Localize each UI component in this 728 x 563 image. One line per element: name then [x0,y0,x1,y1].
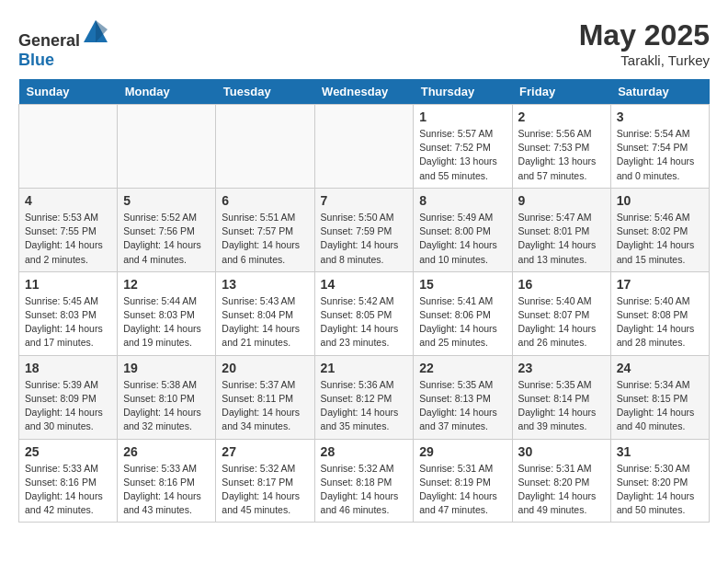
weekday-header-monday: Monday [118,79,216,105]
calendar-cell: 23Sunrise: 5:35 AM Sunset: 8:14 PM Dayli… [512,355,610,439]
day-number: 19 [123,361,210,375]
day-number: 8 [419,193,506,208]
day-detail: Sunrise: 5:40 AM Sunset: 8:07 PM Dayligh… [518,294,605,350]
logo-text: General Blue [18,18,109,70]
calendar-cell: 5Sunrise: 5:52 AM Sunset: 7:56 PM Daylig… [118,188,216,271]
day-number: 11 [25,277,111,292]
day-number: 4 [25,193,111,208]
day-number: 14 [321,277,408,292]
day-detail: Sunrise: 5:56 AM Sunset: 7:53 PM Dayligh… [518,127,605,183]
day-detail: Sunrise: 5:49 AM Sunset: 8:00 PM Dayligh… [419,211,506,267]
day-detail: Sunrise: 5:50 AM Sunset: 7:59 PM Dayligh… [321,211,408,267]
weekday-header-thursday: Thursday [414,79,512,105]
calendar-cell: 18Sunrise: 5:39 AM Sunset: 8:09 PM Dayli… [19,355,118,439]
day-number: 30 [518,444,605,459]
day-detail: Sunrise: 5:30 AM Sunset: 8:20 PM Dayligh… [617,462,703,518]
day-number: 9 [518,193,605,208]
calendar-cell: 15Sunrise: 5:41 AM Sunset: 8:06 PM Dayli… [414,271,512,355]
day-detail: Sunrise: 5:47 AM Sunset: 8:01 PM Dayligh… [518,211,605,267]
calendar-cell: 21Sunrise: 5:36 AM Sunset: 8:12 PM Dayli… [314,355,414,439]
weekday-header-sunday: Sunday [19,79,118,105]
calendar-cell [118,105,216,189]
logo-blue: Blue [18,51,54,69]
month-year: May 2025 [579,18,710,52]
day-number: 20 [222,361,308,375]
calendar-cell: 29Sunrise: 5:31 AM Sunset: 8:19 PM Dayli… [414,439,512,523]
day-detail: Sunrise: 5:52 AM Sunset: 7:56 PM Dayligh… [123,211,210,267]
weekday-header-saturday: Saturday [610,79,709,105]
day-number: 1 [419,109,506,124]
calendar-cell: 10Sunrise: 5:46 AM Sunset: 8:02 PM Dayli… [610,188,709,271]
day-detail: Sunrise: 5:41 AM Sunset: 8:06 PM Dayligh… [419,294,506,350]
location: Tarakli, Turkey [579,52,710,68]
day-number: 22 [419,361,506,375]
day-detail: Sunrise: 5:51 AM Sunset: 7:57 PM Dayligh… [222,211,308,267]
day-number: 6 [222,193,308,208]
calendar-cell: 25Sunrise: 5:33 AM Sunset: 8:16 PM Dayli… [19,439,118,523]
day-detail: Sunrise: 5:35 AM Sunset: 8:13 PM Dayligh… [419,378,506,434]
day-number: 5 [123,193,210,208]
day-number: 28 [321,444,408,459]
calendar-cell: 3Sunrise: 5:54 AM Sunset: 7:54 PM Daylig… [610,105,709,189]
calendar-table: SundayMondayTuesdayWednesdayThursdayFrid… [18,79,710,523]
calendar-cell: 2Sunrise: 5:56 AM Sunset: 7:53 PM Daylig… [512,105,610,189]
day-detail: Sunrise: 5:44 AM Sunset: 8:03 PM Dayligh… [123,294,210,350]
day-detail: Sunrise: 5:45 AM Sunset: 8:03 PM Dayligh… [25,294,111,350]
day-detail: Sunrise: 5:42 AM Sunset: 8:05 PM Dayligh… [321,294,408,350]
calendar-week-row: 25Sunrise: 5:33 AM Sunset: 8:16 PM Dayli… [19,439,710,523]
calendar-cell: 1Sunrise: 5:57 AM Sunset: 7:52 PM Daylig… [414,105,512,189]
day-detail: Sunrise: 5:40 AM Sunset: 8:08 PM Dayligh… [617,294,703,350]
calendar-cell: 26Sunrise: 5:33 AM Sunset: 8:16 PM Dayli… [118,439,216,523]
day-detail: Sunrise: 5:33 AM Sunset: 8:16 PM Dayligh… [25,462,111,518]
day-number: 7 [321,193,408,208]
day-detail: Sunrise: 5:53 AM Sunset: 7:55 PM Dayligh… [25,211,111,267]
calendar-cell: 30Sunrise: 5:31 AM Sunset: 8:20 PM Dayli… [512,439,610,523]
calendar-cell [19,105,118,189]
day-number: 23 [518,361,605,375]
day-number: 27 [222,444,308,459]
logo: General Blue [18,18,109,70]
day-number: 21 [321,361,408,375]
day-number: 16 [518,277,605,292]
weekday-header-wednesday: Wednesday [314,79,414,105]
day-number: 3 [617,109,703,124]
day-detail: Sunrise: 5:31 AM Sunset: 8:19 PM Dayligh… [419,462,506,518]
day-number: 13 [222,277,308,292]
logo-general: General [18,31,80,50]
calendar-cell: 17Sunrise: 5:40 AM Sunset: 8:08 PM Dayli… [610,271,709,355]
day-number: 29 [419,444,506,459]
calendar-cell: 14Sunrise: 5:42 AM Sunset: 8:05 PM Dayli… [314,271,414,355]
weekday-header-row: SundayMondayTuesdayWednesdayThursdayFrid… [19,79,710,105]
day-detail: Sunrise: 5:34 AM Sunset: 8:15 PM Dayligh… [617,378,703,434]
calendar-cell: 16Sunrise: 5:40 AM Sunset: 8:07 PM Dayli… [512,271,610,355]
day-detail: Sunrise: 5:35 AM Sunset: 8:14 PM Dayligh… [518,378,605,434]
calendar-cell: 7Sunrise: 5:50 AM Sunset: 7:59 PM Daylig… [314,188,414,271]
day-detail: Sunrise: 5:33 AM Sunset: 8:16 PM Dayligh… [123,462,210,518]
calendar-week-row: 18Sunrise: 5:39 AM Sunset: 8:09 PM Dayli… [19,355,710,439]
day-detail: Sunrise: 5:57 AM Sunset: 7:52 PM Dayligh… [419,127,506,183]
day-number: 31 [617,444,703,459]
day-number: 26 [123,444,210,459]
day-number: 10 [617,193,703,208]
calendar-cell: 20Sunrise: 5:37 AM Sunset: 8:11 PM Dayli… [216,355,314,439]
weekday-header-tuesday: Tuesday [216,79,314,105]
day-detail: Sunrise: 5:46 AM Sunset: 8:02 PM Dayligh… [617,211,703,267]
day-detail: Sunrise: 5:36 AM Sunset: 8:12 PM Dayligh… [321,378,408,434]
day-number: 24 [617,361,703,375]
day-number: 25 [25,444,111,459]
day-detail: Sunrise: 5:43 AM Sunset: 8:04 PM Dayligh… [222,294,308,350]
calendar-week-row: 4Sunrise: 5:53 AM Sunset: 7:55 PM Daylig… [19,188,710,271]
title-block: May 2025 Tarakli, Turkey [579,18,710,68]
day-detail: Sunrise: 5:39 AM Sunset: 8:09 PM Dayligh… [25,378,111,434]
day-detail: Sunrise: 5:32 AM Sunset: 8:18 PM Dayligh… [321,462,408,518]
day-detail: Sunrise: 5:38 AM Sunset: 8:10 PM Dayligh… [123,378,210,434]
calendar-cell: 28Sunrise: 5:32 AM Sunset: 8:18 PM Dayli… [314,439,414,523]
calendar-cell: 11Sunrise: 5:45 AM Sunset: 8:03 PM Dayli… [19,271,118,355]
day-detail: Sunrise: 5:54 AM Sunset: 7:54 PM Dayligh… [617,127,703,183]
calendar-cell: 22Sunrise: 5:35 AM Sunset: 8:13 PM Dayli… [414,355,512,439]
day-detail: Sunrise: 5:31 AM Sunset: 8:20 PM Dayligh… [518,462,605,518]
calendar-week-row: 11Sunrise: 5:45 AM Sunset: 8:03 PM Dayli… [19,271,710,355]
calendar-cell [314,105,414,189]
weekday-header-friday: Friday [512,79,610,105]
calendar-cell: 4Sunrise: 5:53 AM Sunset: 7:55 PM Daylig… [19,188,118,271]
